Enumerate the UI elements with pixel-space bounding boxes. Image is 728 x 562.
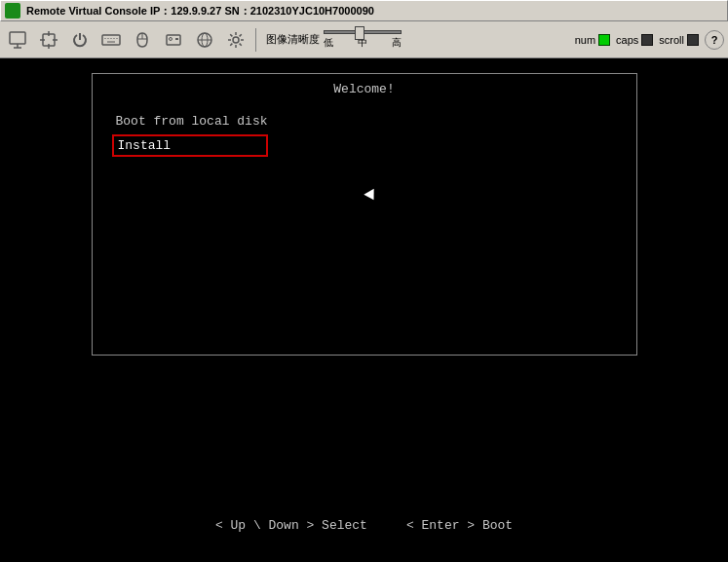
move-icon[interactable] <box>35 26 62 54</box>
image-quality-label: 图像清晰度 <box>266 32 320 47</box>
up-down-hint: < Up \ Down > Select <box>215 518 367 533</box>
quality-high-label: 高 <box>392 36 402 50</box>
drive-icon[interactable] <box>160 26 187 54</box>
scroll-label: scroll <box>659 34 684 46</box>
help-button[interactable]: ? <box>705 30 724 50</box>
app-icon <box>5 3 20 19</box>
network-icon[interactable] <box>191 26 218 54</box>
terminal-menu-area: Boot from local disk Install <box>93 104 636 165</box>
quality-slider-thumb[interactable] <box>355 26 364 40</box>
svg-rect-17 <box>167 35 180 45</box>
quality-slider-track[interactable] <box>324 30 402 34</box>
num-indicator: num <box>575 34 610 46</box>
scroll-led <box>687 34 699 46</box>
display-icon[interactable] <box>4 26 31 54</box>
svg-rect-18 <box>175 38 178 40</box>
enter-hint: < Enter > Boot <box>406 518 513 533</box>
svg-rect-8 <box>102 35 120 45</box>
num-label: num <box>575 34 595 46</box>
mouse-icon[interactable] <box>129 26 156 54</box>
scroll-indicator: scroll <box>659 34 699 46</box>
caps-label: caps <box>616 34 638 46</box>
settings-icon[interactable] <box>222 26 249 54</box>
caps-led <box>641 34 653 46</box>
mouse-cursor <box>364 189 378 204</box>
title-bar-text: Remote Virtual Console IP：129.9.9.27 SN：… <box>26 4 723 19</box>
menu-item-install[interactable]: Install <box>112 134 268 157</box>
bottom-hint: < Up \ Down > Select < Enter > Boot <box>215 518 513 533</box>
menu-item-boot[interactable]: Boot from local disk <box>112 112 617 131</box>
caps-indicator: caps <box>616 34 653 46</box>
toolbar: 图像清晰度 低 中 高 num caps scroll <box>0 21 728 58</box>
terminal-welcome: Welcome! <box>93 74 636 104</box>
keyboard-icon[interactable] <box>97 26 125 54</box>
power-icon[interactable] <box>66 26 94 54</box>
image-quality-section: 图像清晰度 低 中 高 <box>266 30 402 50</box>
num-led <box>598 34 610 46</box>
svg-rect-0 <box>10 32 25 44</box>
quality-low-label: 低 <box>324 36 333 50</box>
svg-point-23 <box>233 37 239 43</box>
svg-point-19 <box>170 37 172 40</box>
quality-slider-container[interactable]: 低 中 高 <box>324 30 402 50</box>
terminal-screen: Welcome! Boot from local disk Install <box>92 73 637 356</box>
toolbar-separator <box>255 28 256 52</box>
title-bar: Remote Virtual Console IP：129.9.9.27 SN：… <box>0 0 728 21</box>
main-content: Welcome! Boot from local disk Install < … <box>0 58 728 562</box>
status-indicators: num caps scroll ? <box>575 30 724 50</box>
